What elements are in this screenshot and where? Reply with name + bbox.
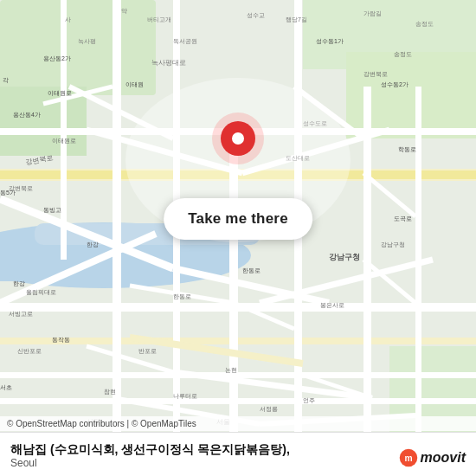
svg-text:학동로: 학동로 — [398, 146, 416, 153]
svg-text:송정도: 송정도 — [394, 51, 412, 57]
svg-text:약: 약 — [121, 8, 127, 15]
svg-text:사: 사 — [65, 16, 71, 23]
place-name: 해남집 (수요미식회, 생선구이정식 목은지닭볶음탕), — [10, 441, 466, 457]
svg-text:이태원로: 이태원로 — [48, 90, 72, 96]
svg-text:봉은사로: 봉은사로 — [320, 302, 344, 309]
svg-text:한강: 한강 — [87, 241, 99, 248]
pin-inner-circle — [221, 121, 255, 156]
moovit-logo: m moovit — [399, 448, 466, 467]
map-container: 강변북로 도산대로 한동로 한강 올림픽대로 신반포로 반포로 봉은사로 이태원… — [0, 0, 476, 476]
svg-text:버티고개: 버티고개 — [147, 16, 171, 23]
svg-text:신반포로: 신반포로 — [17, 348, 42, 354]
svg-text:독서공원: 독서공원 — [173, 38, 197, 45]
svg-text:강변북로: 강변북로 — [363, 71, 388, 78]
svg-text:참현: 참현 — [104, 389, 116, 396]
svg-text:성수교: 성수교 — [247, 12, 265, 18]
svg-text:녹사평대로: 녹사평대로 — [151, 59, 186, 67]
svg-text:올림픽대로: 올림픽대로 — [26, 289, 56, 296]
svg-text:m: m — [404, 453, 412, 463]
moovit-icon: m — [399, 448, 418, 467]
place-subtitle: Seoul — [10, 457, 466, 469]
svg-text:서빙고로: 서빙고로 — [9, 311, 33, 317]
svg-text:나루터로: 나루터로 — [173, 393, 197, 399]
svg-text:송정도: 송정도 — [415, 21, 434, 27]
svg-text:동5가: 동5가 — [0, 190, 16, 196]
svg-text:성수동2가: 성수동2가 — [381, 81, 408, 87]
moovit-brand-text: moovit — [421, 450, 466, 466]
svg-text:동빙고: 동빙고 — [43, 207, 61, 213]
svg-rect-16 — [113, 0, 121, 433]
bottom-info-bar: 해남집 (수요미식회, 생선구이정식 목은지닭볶음탕), Seoul m moo… — [0, 432, 476, 476]
svg-text:용산동4가: 용산동4가 — [13, 112, 41, 118]
svg-text:용산동2가: 용산동2가 — [43, 55, 71, 61]
svg-text:강남구청: 강남구청 — [381, 241, 405, 248]
svg-text:이태원로: 이태원로 — [52, 138, 76, 144]
svg-text:강남구청: 강남구청 — [329, 253, 360, 261]
svg-text:한강: 한강 — [13, 280, 25, 286]
copyright-bar: © OpenStreetMap contributors | © OpenMap… — [0, 416, 476, 431]
svg-text:서초: 서초 — [0, 384, 12, 390]
pin-outer-circle — [212, 113, 264, 164]
svg-text:가람길: 가람길 — [363, 10, 382, 17]
svg-text:반포로: 반포로 — [138, 348, 157, 354]
svg-text:서정릉: 서정릉 — [260, 406, 278, 413]
svg-text:도곡로: 도곡로 — [394, 215, 412, 222]
take-me-there-button[interactable]: Take me there — [164, 198, 312, 240]
svg-text:한동로: 한동로 — [173, 293, 191, 299]
svg-text:각: 각 — [3, 77, 9, 84]
svg-text:언주: 언주 — [303, 397, 315, 403]
svg-text:한동로: 한동로 — [242, 267, 261, 273]
svg-text:성수동1가: 성수동1가 — [316, 38, 344, 44]
svg-text:논현: 논현 — [225, 367, 237, 373]
svg-text:동작동: 동작동 — [52, 337, 70, 344]
svg-text:녹사평: 녹사평 — [78, 38, 96, 45]
svg-text:이태원: 이태원 — [125, 81, 144, 87]
pin-dot — [232, 132, 244, 145]
svg-text:행당7길: 행당7길 — [286, 16, 307, 23]
map-pin — [212, 113, 264, 164]
copyright-text: © OpenStreetMap contributors | © OpenMap… — [7, 419, 196, 428]
